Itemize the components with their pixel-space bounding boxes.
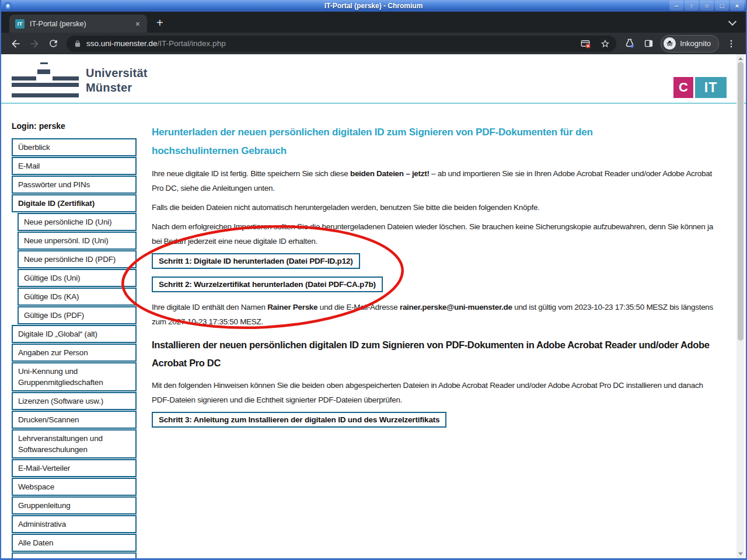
sidebar-item[interactable]: Gruppenleitung — [12, 496, 137, 514]
chevron-down-icon[interactable] — [728, 18, 736, 26]
paragraph-id-details: Ihre digitale ID enthält den Namen Raine… — [152, 300, 715, 329]
browser-window: IT-Portal (perske) - Chromium –↑○□× IT I… — [0, 0, 747, 560]
sidebar-item[interactable]: Webspace — [12, 478, 137, 496]
incognito-badge: Inkognito — [661, 35, 719, 52]
lock-icon[interactable] — [74, 40, 82, 48]
vertical-scrollbar[interactable] — [736, 54, 744, 558]
page-content: Universität Münster C IT Login: perske Ü… — [1, 54, 746, 558]
sidebar-item[interactable]: E-Mail — [12, 157, 137, 175]
sidebar-item[interactable]: Uni-Kennung und Gruppenmitgliedschaften — [12, 362, 137, 391]
back-button[interactable] — [7, 35, 25, 52]
sidebar-item[interactable]: Gültige IDs (PDF) — [18, 306, 137, 324]
url-host: sso.uni-muenster.de — [86, 39, 158, 48]
incognito-icon — [664, 37, 676, 50]
close-button[interactable]: × — [730, 1, 744, 10]
sidebar-item[interactable]: E-Mail-Verteiler — [12, 459, 137, 477]
save-card-icon[interactable] — [578, 36, 593, 51]
incognito-label: Inkognito — [680, 39, 711, 48]
login-label: Login: perske — [12, 121, 137, 131]
sidebar-item[interactable]: Neue unpersönl. ID (Uni) — [18, 232, 137, 250]
sidebar-item[interactable]: Drucken/Scannen — [12, 411, 137, 429]
tab-close-icon[interactable]: × — [134, 19, 141, 29]
scrollbar-thumb[interactable] — [738, 62, 743, 341]
sticky-button[interactable]: ○ — [700, 1, 714, 10]
sidebar-item[interactable]: Überblick — [12, 138, 137, 156]
tab-title: IT-Portal (perske) — [30, 20, 134, 28]
chromium-icon — [4, 2, 12, 10]
cit-logo[interactable]: C IT — [673, 77, 727, 98]
paragraph-install-hint: Mit den folgenden Hinweisen können Sie d… — [152, 378, 715, 407]
install-guide-button[interactable]: Schritt 3: Anleitung zum Installieren de… — [152, 412, 446, 428]
download-root-cert-button[interactable]: Schritt 2: Wurzelzertifikat herunterlade… — [152, 276, 383, 292]
window-titlebar: IT-Portal (perske) - Chromium –↑○□× — [1, 0, 746, 12]
side-panel-icon[interactable] — [640, 35, 657, 52]
sidebar-item[interactable]: Digitale ID „Global“ (alt) — [12, 325, 137, 343]
sidebar-nav: Login: perske ÜberblickE-MailPasswörter … — [12, 121, 137, 558]
sidebar-item-clipped[interactable] — [12, 552, 137, 558]
forward-button[interactable] — [26, 35, 43, 52]
main-content: Herunterladen der neuen persönlichen dig… — [152, 121, 715, 435]
window-title: IT-Portal (perske) - Chromium — [1, 2, 746, 10]
sidebar-item[interactable]: Lehrveranstaltungen und Softwareschulung… — [12, 429, 137, 459]
url-text: sso.uni-muenster.de/IT-Portal/index.php — [86, 39, 226, 48]
cit-logo-it: IT — [695, 77, 727, 98]
sidebar-item[interactable]: Gültige IDs (KA) — [18, 288, 137, 306]
sidebar-item[interactable]: Neue persönliche ID (Uni) — [18, 213, 137, 231]
reload-button[interactable] — [44, 35, 62, 52]
window-controls: –↑○□× — [669, 1, 744, 10]
sidebar-item[interactable]: Administrativa — [12, 515, 137, 533]
sidebar-item[interactable]: Gültige IDs (Uni) — [18, 269, 137, 287]
url-path: /IT-Portal/index.php — [158, 39, 226, 48]
scroll-down-arrow-icon[interactable] — [738, 552, 743, 555]
page-title: Herunterladen der neuen persönlichen dig… — [152, 123, 654, 160]
labs-flask-icon[interactable] — [621, 35, 638, 52]
scroll-up-arrow-icon[interactable] — [738, 57, 743, 60]
page-header: Universität Münster C IT — [1, 54, 746, 104]
address-bar[interactable]: sso.uni-muenster.de/IT-Portal/index.php — [67, 36, 616, 52]
university-name: Universität Münster — [86, 66, 148, 95]
tab-strip: IT IT-Portal (perske) × + — [1, 12, 746, 33]
new-tab-button[interactable]: + — [156, 17, 163, 29]
bookmark-star-icon[interactable] — [598, 36, 613, 51]
browser-tab[interactable]: IT IT-Portal (perske) × — [9, 15, 147, 33]
menu-kebab-icon[interactable] — [722, 35, 740, 52]
paragraph-delete-hint: Nach dem erfolgreichen Importieren sollt… — [152, 219, 715, 249]
paragraph-fallback: Falls die beiden Dateien nicht automatis… — [152, 200, 715, 215]
paragraph-intro: Ihre neue digitale ID ist fertig. Bitte … — [152, 166, 715, 195]
sidebar-item[interactable]: Neue persönliche ID (PDF) — [18, 250, 137, 268]
browser-toolbar: sso.uni-muenster.de/IT-Portal/index.php … — [1, 33, 746, 54]
sidebar-item[interactable]: Passwörter und PINs — [12, 176, 137, 194]
sidebar-items: ÜberblickE-MailPasswörter und PINsDigita… — [12, 138, 137, 552]
sidebar-item[interactable]: Digitale ID (Zertifikat) — [12, 194, 137, 212]
sidebar-item[interactable]: Angaben zur Person — [12, 344, 137, 362]
tab-favicon-icon: IT — [15, 19, 25, 29]
download-id-button[interactable]: Schritt 1: Digitale ID herunterladen (Da… — [152, 253, 360, 269]
section-title-install: Installieren der neuen persönlichen digi… — [152, 336, 715, 372]
cit-logo-c: C — [673, 77, 693, 98]
sidebar-item[interactable]: Lizenzen (Software usw.) — [12, 392, 137, 410]
sidebar-item[interactable]: Alle Daten — [12, 534, 137, 552]
minimize-button[interactable]: – — [669, 1, 683, 10]
rollup-button[interactable]: ↑ — [685, 1, 699, 10]
maximize-button[interactable]: □ — [715, 1, 729, 10]
university-logo[interactable] — [12, 60, 79, 97]
